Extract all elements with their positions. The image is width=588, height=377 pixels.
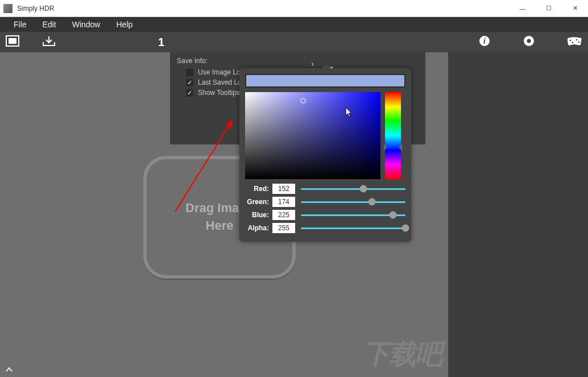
red-slider[interactable] [301,188,405,190]
window-title: Simply HDR [17,5,510,13]
svg-point-8 [570,40,572,42]
sv-cursor[interactable] [300,98,306,103]
save-icon[interactable] [42,35,56,49]
menu-help[interactable]: Help [108,18,140,31]
last-saved-location-checkbox[interactable]: ✓ [186,79,193,86]
svg-point-10 [576,39,578,41]
color-preview [245,74,405,88]
random-dice-icon[interactable] [568,35,582,49]
menu-window[interactable]: Window [64,18,109,31]
blue-row: Blue: [245,210,405,220]
color-picker-popup: Red: Green: Blue: Alpha: [239,68,411,242]
dropzone-line2: Here [206,218,234,233]
app-body: Drag Image Here Save Info: Use Image Loc… [0,52,588,377]
maximize-button[interactable]: ☐ [536,0,562,17]
blue-slider[interactable] [301,214,405,216]
svg-point-5 [527,39,531,43]
sv-black-gradient [245,92,380,179]
app-icon [3,4,13,13]
blue-label: Blue: [245,211,272,219]
svg-rect-1 [9,38,16,44]
titlebar: Simply HDR — ☐ ✕ [0,0,588,17]
blue-input[interactable] [272,210,295,220]
collapse-chevron-icon[interactable] [5,364,13,375]
open-image-icon[interactable] [6,35,19,49]
canvas-area[interactable]: Drag Image Here Save Info: Use Image Loc… [0,52,448,377]
green-label: Green: [245,198,272,206]
red-row: Red: [245,184,405,194]
side-panel [448,52,588,377]
step-indicator: 1 [158,36,164,49]
watermark: 下载吧 [363,336,441,372]
red-knob[interactable] [360,185,367,193]
toolbar: 1 i [0,32,588,52]
green-knob[interactable] [368,198,376,206]
panel-toggle-icon[interactable]: › [311,59,314,68]
hue-cursor-right-icon [395,144,402,151]
red-label: Red: [245,185,272,193]
show-tooltips-checkbox[interactable]: ✓ [186,89,193,97]
alpha-row: Alpha: [245,223,405,233]
green-input[interactable] [272,197,295,207]
alpha-input[interactable] [272,223,295,233]
green-slider[interactable] [301,201,405,203]
svg-rect-7 [573,37,582,45]
blue-knob[interactable] [389,212,396,219]
save-info-label: Save Info: [177,57,419,65]
close-button[interactable]: ✕ [562,0,588,17]
check-icon: ✓ [187,79,192,86]
green-row: Green: [245,197,405,207]
saturation-value-field[interactable] [245,92,380,179]
alpha-slider[interactable] [301,227,405,229]
svg-point-9 [572,42,574,44]
red-input[interactable] [272,184,295,194]
settings-icon[interactable] [523,35,535,49]
menubar: File Edit Window Help [0,17,588,32]
alpha-label: Alpha: [245,224,272,232]
hue-strip[interactable] [385,92,401,179]
menu-file[interactable]: File [6,18,35,31]
info-icon[interactable]: i [479,35,490,49]
menu-edit[interactable]: Edit [35,18,64,31]
show-tooltips-label: Show Tooltips [198,89,240,97]
minimize-button[interactable]: — [510,0,536,17]
hue-cursor-left-icon [384,144,391,151]
svg-point-11 [578,42,580,43]
alpha-knob[interactable] [402,225,409,232]
check-icon: ✓ [187,89,192,97]
use-image-location-checkbox[interactable] [186,69,193,76]
